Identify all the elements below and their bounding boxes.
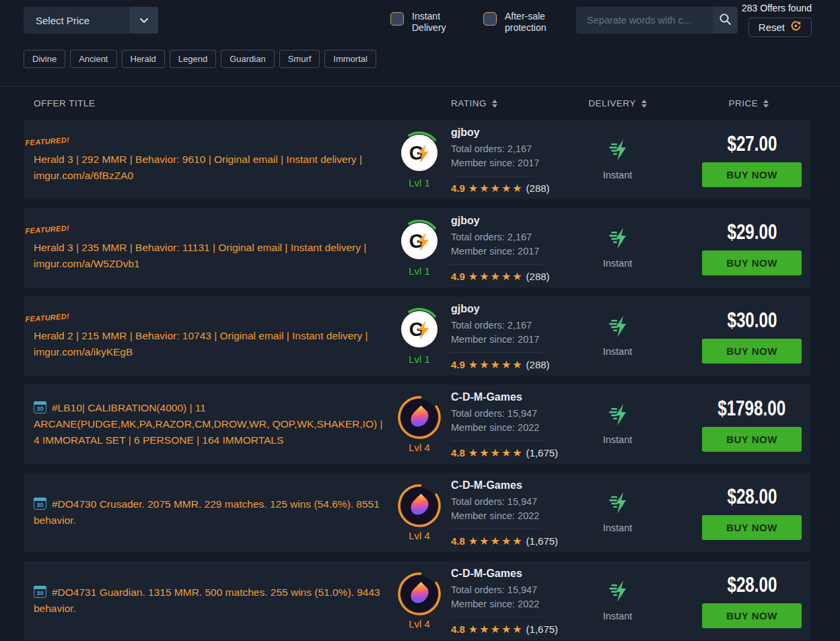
delivery-type-label: Instant: [603, 346, 633, 357]
seller-avatar[interactable]: Lvl 4: [397, 483, 442, 541]
search-button[interactable]: [713, 7, 738, 34]
instant-delivery-checkbox-group[interactable]: Instant Delivery: [390, 11, 455, 34]
offer-row[interactable]: 30 #LB10| CALIBRATION(4000) | 11 ARCANE(…: [24, 384, 811, 464]
offer-title-link[interactable]: #LB10| CALIBRATION(4000) | 11 ARCANE(PUD…: [34, 402, 382, 446]
seller-total-orders: Total orders: 15,947: [451, 495, 558, 509]
star-icons: ★★★★★: [468, 182, 524, 195]
offer-title-link[interactable]: Herald 2 | 215 MMR | Behavior: 10743 | O…: [34, 330, 368, 358]
flame-icon: [407, 405, 432, 430]
calendar-icon: 30: [34, 498, 46, 510]
column-header-rating[interactable]: RATING: [397, 98, 565, 108]
seller-rating: 4.9 ★★★★★ (288): [451, 182, 550, 195]
chevron-down-icon[interactable]: [130, 7, 158, 34]
seller-info: gjboy Total orders: 2,167 Member since: …: [451, 213, 550, 283]
review-count: (288): [526, 271, 550, 282]
seller-member-since: Member since: 2022: [451, 597, 558, 611]
seller-avatar[interactable]: G Lvl 1: [397, 219, 442, 277]
star-icons: ★★★★★: [468, 270, 524, 283]
column-header-delivery[interactable]: DELIVERY: [565, 98, 670, 108]
filter-chip-ancient[interactable]: Ancient: [70, 50, 116, 68]
price-select-dropdown[interactable]: Select Price: [24, 7, 158, 34]
featured-badge: FEATURED!: [25, 224, 69, 235]
seller-rating: 4.9 ★★★★★ (288): [451, 358, 550, 371]
seller-rating: 4.9 ★★★★★ (288): [451, 270, 550, 283]
seller-avatar[interactable]: Lvl 4: [397, 572, 442, 630]
offer-row[interactable]: FEATURED! Herald 3 | 292 MMR | Behavior:…: [24, 120, 811, 199]
featured-badge: FEATURED!: [25, 135, 69, 147]
seller-level-badge: Lvl 4: [397, 530, 442, 541]
delivery-type-label: Instant: [603, 170, 633, 180]
seller-cell: G Lvl 1 gjboy Total orders: 2,167 Member…: [397, 302, 565, 371]
avatar[interactable]: G: [401, 135, 438, 171]
buy-now-button[interactable]: BUY NOW: [702, 162, 802, 187]
flame-icon: [407, 582, 432, 607]
divider: [451, 352, 542, 353]
seller-total-orders: Total orders: 2,167: [451, 318, 550, 333]
offer-row[interactable]: FEATURED! Herald 2 | 215 MMR | Behavior:…: [24, 296, 811, 376]
reset-icon: [790, 20, 802, 34]
buy-now-button[interactable]: BUY NOW: [702, 515, 802, 540]
seller-name[interactable]: gjboy: [451, 127, 550, 139]
offer-row[interactable]: 30 #DO4731 Guardian. 1315 MMR. 500 match…: [24, 561, 811, 640]
sort-icon[interactable]: [492, 100, 497, 108]
seller-name[interactable]: C-D-M-Games: [451, 391, 558, 403]
filter-chip-legend[interactable]: Legend: [170, 50, 216, 68]
delivery-cell: Instant: [565, 492, 670, 533]
flame-icon: [407, 494, 432, 518]
after-sale-checkbox-group[interactable]: After-sale protection: [483, 11, 561, 34]
rating-value: 4.8: [451, 535, 465, 547]
sort-icon[interactable]: [763, 100, 769, 108]
avatar[interactable]: G: [401, 311, 438, 347]
avatar[interactable]: [401, 487, 438, 524]
instant-delivery-icon: [606, 315, 630, 341]
offer-row[interactable]: 30 #DO4730 Crusader. 2075 MMR. 229 match…: [24, 473, 811, 552]
seller-info: C-D-M-Games Total orders: 15,947 Member …: [451, 478, 558, 547]
seller-avatar[interactable]: Lvl 4: [397, 395, 442, 453]
offer-title-link[interactable]: #DO4731 Guardian. 1315 MMR. 500 matches.…: [34, 586, 380, 614]
divider: [451, 264, 542, 265]
offer-title-link[interactable]: Herald 3 | 235 MMR | Behavior: 11131 | O…: [34, 242, 366, 269]
column-header-price[interactable]: PRICE: [670, 98, 811, 108]
lightning-bolt-icon: [417, 232, 431, 254]
seller-name[interactable]: gjboy: [451, 215, 550, 227]
filter-chip-smurf[interactable]: Smurf: [279, 50, 320, 68]
offers-table-header: OFFER TITLE RATING DELIVERY PRICE: [0, 86, 840, 120]
seller-name[interactable]: gjboy: [451, 303, 550, 315]
offer-title-cell: FEATURED! Herald 3 | 235 MMR | Behavior:…: [24, 215, 397, 281]
price-cell: $30.00 BUY NOW: [670, 308, 811, 364]
offer-title-cell: 30 #DO4731 Guardian. 1315 MMR. 500 match…: [24, 575, 397, 626]
filter-chip-immortal[interactable]: Immortal: [324, 50, 376, 68]
buy-now-button[interactable]: BUY NOW: [702, 603, 802, 628]
reset-button[interactable]: Reset: [748, 18, 812, 37]
buy-now-button[interactable]: BUY NOW: [702, 250, 802, 275]
offer-row[interactable]: FEATURED! Herald 3 | 235 MMR | Behavior:…: [24, 208, 811, 288]
price-cell: $28.00 BUY NOW: [670, 485, 811, 540]
instant-delivery-checkbox[interactable]: [390, 12, 404, 26]
buy-now-button[interactable]: BUY NOW: [702, 339, 802, 364]
seller-avatar[interactable]: G Lvl 1: [397, 307, 442, 365]
divider: [451, 176, 542, 176]
avatar[interactable]: G: [401, 223, 438, 259]
buy-now-button[interactable]: BUY NOW: [702, 427, 802, 452]
search-input[interactable]: [576, 7, 713, 34]
sort-icon[interactable]: [641, 100, 647, 108]
rating-value: 4.9: [451, 271, 465, 282]
seller-name[interactable]: C-D-M-Games: [451, 479, 558, 492]
delivery-cell: Instant: [565, 315, 670, 357]
offer-title-link[interactable]: #DO4730 Crusader. 2075 MMR. 229 matches.…: [34, 498, 380, 526]
offer-title-cell: FEATURED! Herald 3 | 292 MMR | Behavior:…: [24, 127, 397, 193]
offer-title-link[interactable]: Herald 3 | 292 MMR | Behavior: 9610 | Or…: [34, 154, 362, 181]
seller-member-since: Member since: 2022: [451, 509, 558, 523]
price-select-label: Select Price: [24, 15, 130, 26]
after-sale-checkbox[interactable]: [483, 12, 497, 26]
calendar-icon: 30: [34, 401, 46, 413]
avatar[interactable]: [401, 399, 438, 436]
filter-chip-guardian[interactable]: Guardian: [221, 50, 274, 68]
seller-name[interactable]: C-D-M-Games: [451, 568, 558, 580]
avatar[interactable]: [401, 576, 438, 612]
filter-chip-herald[interactable]: Herald: [122, 50, 165, 68]
seller-total-orders: Total orders: 15,947: [451, 407, 558, 421]
seller-avatar[interactable]: G Lvl 1: [397, 131, 442, 189]
filter-chip-divine[interactable]: Divine: [24, 50, 65, 68]
search-icon: [719, 13, 732, 28]
